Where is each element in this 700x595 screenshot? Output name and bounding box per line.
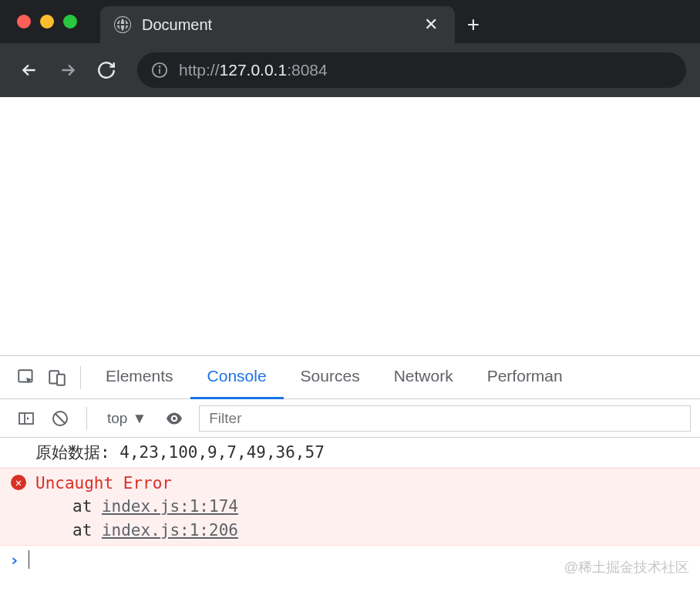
console-filter-input[interactable]	[199, 405, 691, 432]
tab-performance[interactable]: Performan	[470, 356, 580, 399]
live-expression-icon[interactable]	[159, 403, 190, 434]
stack-link[interactable]: index.js:1:174	[102, 497, 238, 516]
console-output: 原始数据: 4,23,100,9,7,49,36,57 ✕ Uncaught E…	[0, 438, 700, 573]
site-info-icon[interactable]	[151, 62, 168, 79]
cursor	[29, 550, 29, 569]
back-button[interactable]	[14, 55, 45, 86]
error-title: Uncaught Error	[35, 472, 238, 495]
divider	[80, 366, 81, 389]
browser-chrome: Document ✕ + http://127.0.0.1:8084	[0, 0, 700, 97]
browser-tab[interactable]: Document ✕	[100, 6, 455, 43]
divider	[86, 407, 87, 430]
window-minimize-button[interactable]	[40, 15, 54, 29]
globe-icon	[114, 16, 131, 33]
window-close-button[interactable]	[17, 15, 31, 29]
forward-button[interactable]	[52, 55, 83, 86]
page-content	[0, 97, 700, 355]
window-maximize-button[interactable]	[63, 15, 77, 29]
tab-sources[interactable]: Sources	[284, 356, 377, 399]
tab-network[interactable]: Network	[377, 356, 470, 399]
tab-console[interactable]: Console	[190, 356, 284, 399]
stack-frame: at index.js:1:174	[35, 495, 238, 518]
tab-title: Document	[142, 16, 410, 34]
browser-toolbar: http://127.0.0.1:8084	[0, 43, 700, 97]
url-port: :8084	[287, 61, 328, 79]
svg-point-3	[160, 66, 160, 67]
svg-rect-7	[19, 413, 33, 424]
console-sidebar-toggle-icon[interactable]	[11, 403, 42, 434]
address-bar[interactable]: http://127.0.0.1:8084	[137, 52, 686, 88]
url-text: http://127.0.0.1:8084	[179, 61, 328, 79]
console-error-row[interactable]: ✕ Uncaught Error at index.js:1:174 at in…	[0, 468, 700, 546]
context-label: top	[107, 410, 127, 427]
chevron-down-icon: ▼	[132, 410, 146, 427]
url-protocol: http://	[179, 61, 220, 79]
devtools-tab-bar: Elements Console Sources Network Perform…	[0, 356, 700, 399]
console-log-row[interactable]: 原始数据: 4,23,100,9,7,49,36,57	[0, 438, 700, 468]
reload-button[interactable]	[91, 55, 122, 86]
clear-console-icon[interactable]	[45, 403, 76, 434]
device-toolbar-icon[interactable]	[42, 362, 72, 393]
chevron-right-icon: ›	[9, 550, 19, 570]
log-message: 原始数据: 4,23,100,9,7,49,36,57	[35, 442, 325, 463]
execution-context-selector[interactable]: top ▼	[98, 410, 156, 427]
error-icon: ✕	[11, 475, 26, 490]
devtools-panel: Elements Console Sources Network Perform…	[0, 355, 700, 573]
url-host: 127.0.0.1	[220, 61, 288, 79]
inspect-element-icon[interactable]	[11, 362, 42, 393]
watermark: @稀土掘金技术社区	[564, 558, 689, 577]
svg-line-10	[56, 414, 65, 423]
tab-elements[interactable]: Elements	[89, 356, 190, 399]
tab-strip: Document ✕ +	[0, 0, 700, 43]
error-body: Uncaught Error at index.js:1:174 at inde…	[35, 472, 238, 542]
stack-link[interactable]: index.js:1:206	[102, 521, 238, 540]
svg-rect-6	[57, 374, 65, 385]
new-tab-button[interactable]: +	[455, 6, 492, 43]
window-controls	[0, 0, 100, 43]
console-toolbar: top ▼	[0, 399, 700, 438]
tab-close-button[interactable]: ✕	[421, 13, 441, 36]
stack-frame: at index.js:1:206	[35, 519, 238, 542]
